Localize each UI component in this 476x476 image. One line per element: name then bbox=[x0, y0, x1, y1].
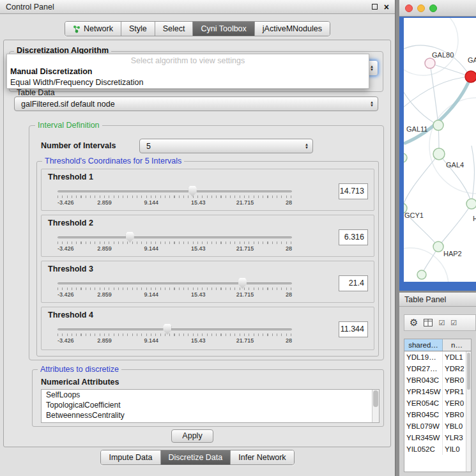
threshold-slider[interactable]: -3.4262.8599.14415.4321.71528 bbox=[58, 324, 292, 346]
network-window-titlebar bbox=[399, 0, 476, 17]
float-window-icon[interactable] bbox=[372, 4, 378, 10]
threshold-label: Threshold 4 bbox=[48, 311, 93, 319]
scale-label: 15.43 bbox=[191, 199, 206, 206]
network-node[interactable] bbox=[433, 148, 445, 160]
scale-label: 21.715 bbox=[236, 245, 254, 252]
table-data-select[interactable]: galFiltered.sif default node ▲▼ bbox=[14, 96, 378, 111]
columns-icon[interactable] bbox=[424, 319, 433, 326]
tab-label: Cyni Toolbox bbox=[201, 24, 246, 33]
table-row[interactable]: YIL052CYIL0 bbox=[404, 443, 471, 455]
tab-discretize-data[interactable]: Discretize Data bbox=[161, 450, 231, 464]
list-item[interactable]: TopologicalCoefficient bbox=[42, 400, 379, 410]
network-nodes-layer: GAL80GAGAL11GAL4GCY1HHAP2 bbox=[404, 18, 476, 282]
dropdown-option-equal-width[interactable]: Equal Width/Frequency Discretization bbox=[7, 77, 369, 88]
control-panel-titlebar: Control Panel × bbox=[0, 0, 395, 14]
network-icon bbox=[73, 25, 81, 33]
network-node[interactable] bbox=[433, 242, 443, 252]
scale-label: 2.859 bbox=[97, 291, 112, 298]
number-of-intervals-value: 5 bbox=[146, 142, 151, 151]
tab-impute-data[interactable]: Impute Data bbox=[101, 450, 160, 464]
dropdown-hint: Select algorithm to view settings bbox=[7, 54, 369, 66]
top-tab-bar: Network Style Select Cyni Toolbox jActiv… bbox=[65, 21, 330, 36]
apply-button[interactable]: Apply bbox=[171, 429, 213, 443]
tab-infer-network[interactable]: Infer Network bbox=[231, 450, 293, 464]
table-cell: YER054C bbox=[404, 397, 443, 409]
threshold-label: Threshold 1 bbox=[48, 173, 93, 181]
table-cell: YLR345W bbox=[404, 432, 443, 443]
list-item[interactable]: SelfLoops bbox=[42, 390, 379, 400]
dropdown-option-manual[interactable]: Manual Discretization bbox=[7, 66, 369, 77]
tab-network[interactable]: Network bbox=[65, 22, 121, 36]
table-row[interactable]: YER054CYER0 bbox=[404, 397, 471, 409]
number-of-intervals-select[interactable]: 5 ▲▼ bbox=[139, 139, 313, 153]
network-node-label: HAP2 bbox=[443, 250, 462, 257]
scrollbar-thumb[interactable] bbox=[467, 353, 470, 390]
threshold-slider[interactable]: -3.4262.8599.14415.4321.71528 bbox=[58, 232, 292, 254]
network-view-window: GAL80GAGAL11GAL4GCY1HHAP2 bbox=[399, 0, 476, 291]
table-row[interactable]: YLR345WYLR3 bbox=[404, 432, 471, 443]
tab-jactivemnodules[interactable]: jActiveMNodules bbox=[255, 22, 330, 36]
bottom-tab-bar: Impute Data Discretize Data Infer Networ… bbox=[100, 450, 294, 465]
scale-label: 21.715 bbox=[236, 199, 254, 206]
gear-icon[interactable]: ⚙ bbox=[410, 318, 418, 328]
data-table: shared… n… YDL19…YDL1YDR27…YDR2YBR043CYB… bbox=[404, 339, 472, 472]
threshold-value-field[interactable]: 6.316 bbox=[339, 229, 368, 245]
algorithm-dropdown-popup: Select algorithm to view settings Manual… bbox=[6, 54, 369, 89]
scale-label: 15.43 bbox=[191, 337, 206, 344]
scale-label: 15.43 bbox=[191, 245, 206, 252]
threshold-value-field[interactable]: 11.344 bbox=[339, 321, 368, 337]
table-row[interactable]: YDL19…YDL1 bbox=[404, 351, 471, 363]
network-canvas[interactable]: GAL80GAGAL11GAL4GCY1HHAP2 bbox=[404, 18, 476, 282]
table-row[interactable]: YDR27…YDR2 bbox=[404, 363, 471, 374]
tab-style[interactable]: Style bbox=[121, 22, 155, 36]
scrollbar-thumb[interactable] bbox=[373, 390, 378, 407]
network-node-label: GAL11 bbox=[406, 125, 427, 133]
numerical-attributes-list[interactable]: SelfLoopsTopologicalCoefficientBetweenne… bbox=[41, 389, 380, 423]
threshold-value-field[interactable]: 21.4 bbox=[339, 275, 368, 291]
network-node[interactable] bbox=[433, 120, 443, 130]
close-icon[interactable]: × bbox=[384, 3, 389, 12]
table-cell: YDR27… bbox=[404, 363, 443, 374]
interval-definition-title: Interval Definition bbox=[35, 121, 102, 130]
network-node-label: GCY1 bbox=[404, 211, 424, 219]
list-scrollbar[interactable] bbox=[372, 390, 379, 422]
table-row[interactable]: YBL079WYBL0 bbox=[404, 420, 471, 432]
network-node[interactable] bbox=[417, 270, 426, 279]
mac-minimize-icon[interactable] bbox=[417, 4, 425, 12]
tab-cyni-toolbox[interactable]: Cyni Toolbox bbox=[193, 22, 254, 36]
network-node-label: GA bbox=[468, 56, 476, 64]
checkbox-icon[interactable]: ☑ bbox=[438, 319, 445, 326]
table-panel-title: Table Panel bbox=[404, 295, 446, 304]
threshold-slider[interactable]: -3.4262.8599.14415.4321.71528 bbox=[58, 278, 292, 300]
network-node-label: H bbox=[473, 215, 476, 222]
scale-label: 2.859 bbox=[97, 245, 112, 252]
tab-label: Impute Data bbox=[109, 453, 152, 462]
table-row[interactable]: YBR045CYBR0 bbox=[404, 409, 471, 420]
control-panel-window: Control Panel × Network Style Select bbox=[0, 0, 395, 476]
attributes-group-title: Attributes to discretize bbox=[38, 365, 121, 374]
threshold-panel-3: Threshold 3 -3.4262.8599.14415.4321.7152… bbox=[41, 261, 374, 303]
network-node[interactable] bbox=[404, 153, 407, 162]
tab-label: Infer Network bbox=[238, 453, 286, 462]
table-row[interactable]: YBR043CYBR0 bbox=[404, 374, 471, 386]
threshold-slider[interactable]: -3.4262.8599.14415.4321.71528 bbox=[58, 186, 292, 208]
mac-close-icon[interactable] bbox=[405, 4, 413, 12]
table-row[interactable]: YPR145WYPR1 bbox=[404, 386, 471, 397]
numerical-attributes-label: Numerical Attributes bbox=[41, 378, 119, 387]
scale-label: 2.859 bbox=[97, 199, 112, 206]
mac-zoom-icon[interactable] bbox=[429, 4, 437, 12]
list-item[interactable]: BetweennessCentrality bbox=[42, 410, 379, 420]
table-header-row: shared… n… bbox=[404, 339, 471, 351]
column-header-name[interactable]: n… bbox=[443, 339, 471, 351]
table-scrollbar[interactable] bbox=[466, 351, 471, 472]
network-node[interactable] bbox=[425, 58, 435, 68]
network-node[interactable] bbox=[466, 199, 476, 209]
threshold-value-field[interactable]: 14.713 bbox=[339, 183, 368, 199]
threshold-panel-4: Threshold 4 -3.4262.8599.14415.4321.7152… bbox=[41, 307, 374, 350]
scale-label: 9.144 bbox=[144, 291, 159, 298]
network-node[interactable] bbox=[465, 71, 476, 82]
checkbox-icon[interactable]: ☑ bbox=[450, 319, 457, 326]
table-panel: Table Panel ⚙ ☑ ☑ shared… n… YDL19…YDL1Y… bbox=[399, 293, 476, 476]
column-header-shared-name[interactable]: shared… bbox=[404, 339, 443, 351]
tab-select[interactable]: Select bbox=[155, 22, 194, 36]
